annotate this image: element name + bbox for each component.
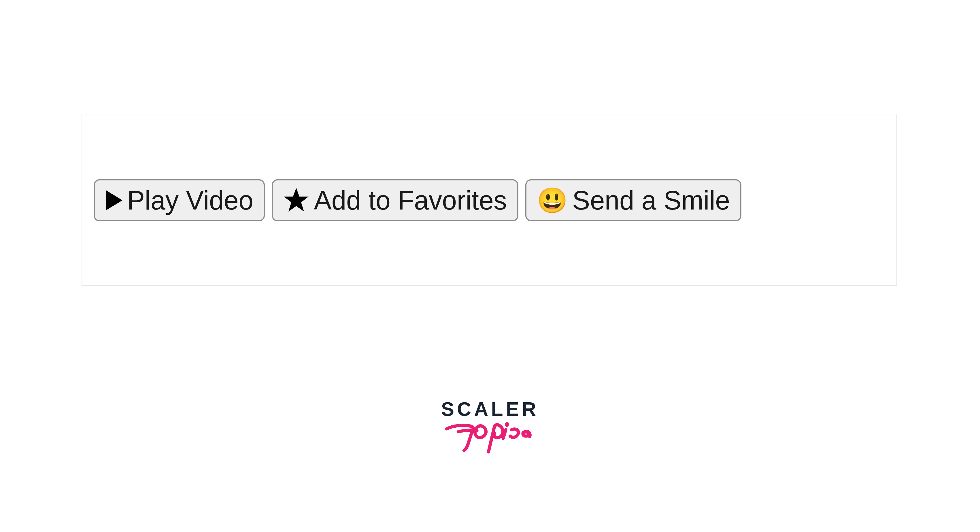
svg-marker-1 [284,188,309,212]
button-row: Play Video Add to Favorites 😃 Send a Smi… [94,179,885,221]
smile-icon: 😃 [537,188,568,213]
add-to-favorites-button[interactable]: Add to Favorites [272,179,519,221]
send-a-smile-button[interactable]: 😃 Send a Smile [525,179,741,221]
button-panel: Play Video Add to Favorites 😃 Send a Smi… [81,114,897,286]
star-icon [283,187,309,213]
scaler-topics-logo: SCALER [441,399,539,457]
add-to-favorites-label: Add to Favorites [314,185,507,216]
play-video-label: Play Video [127,185,253,216]
logo-topics-text [441,416,539,457]
play-icon [105,191,123,210]
play-video-button[interactable]: Play Video [94,179,265,221]
svg-marker-0 [106,191,123,210]
send-a-smile-label: Send a Smile [572,185,730,216]
